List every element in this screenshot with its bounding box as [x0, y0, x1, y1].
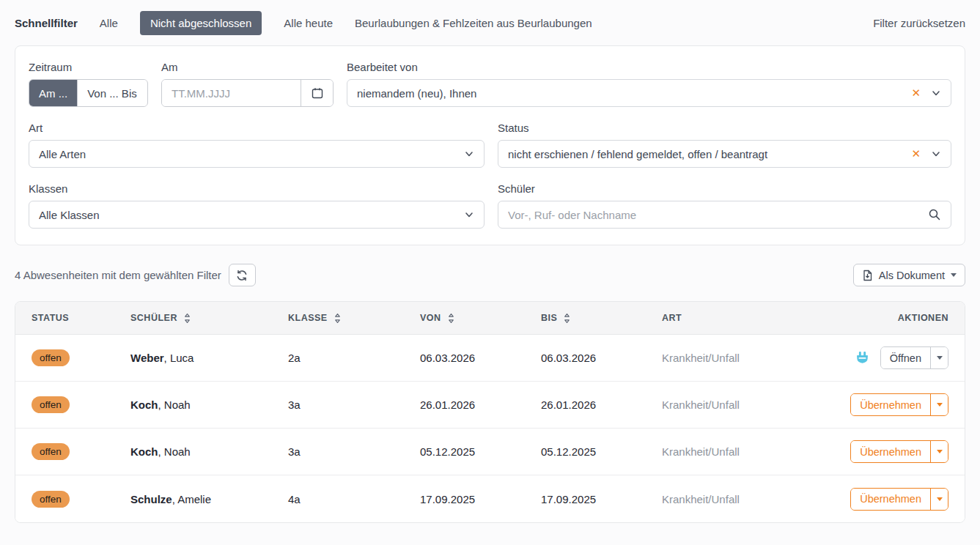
- column-header-label: BIS: [541, 313, 557, 323]
- from-date-cell: 06.03.2026: [404, 352, 525, 364]
- status-clear-icon[interactable]: ✕: [908, 147, 924, 160]
- status-cell: offen: [15, 443, 114, 460]
- to-date-cell: 17.09.2025: [525, 493, 646, 505]
- bearbeitet-von-select[interactable]: niemandem (neu), Ihnen ✕: [347, 79, 951, 107]
- status-badge: offen: [32, 443, 70, 460]
- from-date-cell: 17.09.2025: [404, 493, 525, 505]
- filter-row-2: Art Alle Arten Status nicht erschienen /…: [29, 122, 951, 168]
- student-last-name: Koch: [130, 398, 158, 411]
- export-document-button[interactable]: Als Dokument: [853, 264, 965, 286]
- type-cell: Krankheit/Unfall: [646, 352, 829, 364]
- status-select[interactable]: nicht erschienen / fehlend gemeldet, off…: [498, 140, 951, 168]
- column-header-label: ART: [662, 313, 682, 323]
- actions-cell: Öffnen: [829, 346, 965, 369]
- row-action-button: Übernehmen: [850, 393, 948, 416]
- row-action-caret-button[interactable]: [930, 441, 948, 462]
- column-header-bis[interactable]: BIS: [525, 313, 646, 324]
- status-cell: offen: [15, 491, 114, 508]
- klassen-select[interactable]: Alle Klassen: [29, 201, 485, 229]
- row-action-button: Übernehmen: [850, 440, 948, 463]
- to-date-cell: 06.03.2026: [525, 352, 646, 364]
- row-action-caret-button[interactable]: [930, 489, 948, 510]
- chevron-down-icon: [931, 88, 941, 98]
- actions-cell: Übernehmen: [829, 488, 965, 511]
- quick-filter-item[interactable]: Beurlaubungen & Fehlzeiten aus Beurlaubu…: [355, 11, 592, 35]
- column-header-label: SCHÜLER: [130, 313, 177, 323]
- klassen-label: Klassen: [29, 182, 485, 195]
- calendar-icon: [311, 86, 324, 100]
- row-action-main-button[interactable]: Übernehmen: [851, 489, 930, 510]
- column-header-art: ART: [646, 313, 829, 323]
- calendar-button[interactable]: [301, 80, 333, 106]
- caret-down-icon: [951, 273, 957, 277]
- schueler-label: Schüler: [498, 182, 951, 195]
- search-icon: [928, 208, 941, 221]
- row-action-caret-button[interactable]: [930, 394, 948, 415]
- schueler-search-input[interactable]: [508, 209, 921, 221]
- export-document-label: Als Dokument: [879, 270, 945, 281]
- row-action-main-button[interactable]: Übernehmen: [851, 441, 930, 462]
- art-label: Art: [29, 122, 485, 134]
- table-row[interactable]: offen Koch, Noah 3a 26.01.2026 26.01.202…: [15, 382, 965, 429]
- reset-filters-link[interactable]: Filter zurücksetzen: [873, 17, 965, 29]
- schueler-search-box: [498, 201, 951, 229]
- student-cell: Koch, Noah: [114, 398, 272, 411]
- student-last-name: Koch: [130, 445, 158, 458]
- sort-icon: [562, 313, 572, 324]
- am-date-input[interactable]: [162, 80, 301, 106]
- field-art: Art Alle Arten: [29, 122, 485, 168]
- status-label: Status: [498, 122, 951, 134]
- chevron-down-icon: [931, 149, 941, 159]
- art-select[interactable]: Alle Arten: [29, 140, 485, 168]
- column-header-label: KLASSE: [288, 313, 328, 323]
- student-cell: Koch, Noah: [114, 445, 272, 458]
- actions-cell: Übernehmen: [829, 393, 965, 416]
- status-badge: offen: [32, 349, 70, 366]
- table-row[interactable]: offen Weber, Luca 2a 06.03.2026 06.03.20…: [15, 335, 965, 382]
- status-badge: offen: [32, 396, 70, 413]
- filter-row-1: Zeitraum Am ... Von ... Bis Am: [29, 61, 951, 107]
- actions-cell: Übernehmen: [829, 440, 965, 463]
- status-cell: offen: [15, 396, 114, 413]
- column-header-klasse[interactable]: KLASSE: [272, 313, 404, 324]
- student-first-name: , Noah: [158, 445, 191, 458]
- quick-filter-item[interactable]: Nicht abgeschlossen: [140, 11, 262, 35]
- caret-down-icon: [937, 450, 943, 453]
- table-row[interactable]: offen Schulze, Amelie 4a 17.09.2025 17.0…: [15, 475, 965, 522]
- row-action-button: Öffnen: [880, 346, 948, 369]
- field-zeitraum: Zeitraum Am ... Von ... Bis: [29, 61, 148, 107]
- caret-down-icon: [937, 497, 943, 501]
- zeitraum-mode-am-button[interactable]: Am ...: [29, 80, 77, 106]
- zeitraum-segmented-control: Am ... Von ... Bis: [29, 79, 148, 107]
- document-download-icon: [862, 270, 873, 281]
- bearbeitet-von-label: Bearbeitet von: [347, 61, 951, 73]
- sort-icon: [446, 313, 456, 324]
- table-row[interactable]: offen Koch, Noah 3a 05.12.2025 05.12.202…: [15, 429, 965, 475]
- status-badge: offen: [32, 491, 70, 508]
- class-cell: 2a: [272, 352, 404, 364]
- column-header-von[interactable]: VON: [404, 313, 525, 324]
- quick-filter-item[interactable]: Alle: [100, 11, 118, 35]
- row-action-caret-button[interactable]: [930, 347, 948, 368]
- bearbeitet-von-value: niemandem (neu), Ihnen: [357, 87, 901, 100]
- student-last-name: Schulze: [130, 493, 172, 505]
- from-date-cell: 05.12.2025: [404, 445, 525, 458]
- bearbeitet-von-clear-icon[interactable]: ✕: [908, 86, 924, 100]
- table-header-row: STATUSSCHÜLERKLASSEVONBISARTAKTIONEN: [15, 302, 965, 335]
- results-bar: 4 Abwesenheiten mit dem gewählten Filter…: [15, 264, 965, 286]
- caret-down-icon: [937, 403, 943, 407]
- from-date-cell: 26.01.2026: [404, 398, 525, 411]
- type-cell: Krankheit/Unfall: [646, 445, 829, 458]
- zeitraum-mode-vonbis-button[interactable]: Von ... Bis: [77, 80, 147, 106]
- absences-table: STATUSSCHÜLERKLASSEVONBISARTAKTIONEN off…: [15, 301, 965, 523]
- row-action-main-button[interactable]: Öffnen: [881, 347, 930, 368]
- quick-filter-item[interactable]: Alle heute: [284, 11, 333, 35]
- class-cell: 3a: [272, 445, 404, 458]
- row-action-main-button[interactable]: Übernehmen: [851, 394, 930, 415]
- student-first-name: , Luca: [164, 352, 194, 364]
- column-header-aktionen: AKTIONEN: [829, 313, 965, 323]
- column-header-schler[interactable]: SCHÜLER: [114, 313, 272, 324]
- quick-filter-items: AlleNicht abgeschlossenAlle heuteBeurlau…: [100, 11, 592, 35]
- class-cell: 3a: [272, 398, 404, 411]
- refresh-button[interactable]: [229, 264, 256, 286]
